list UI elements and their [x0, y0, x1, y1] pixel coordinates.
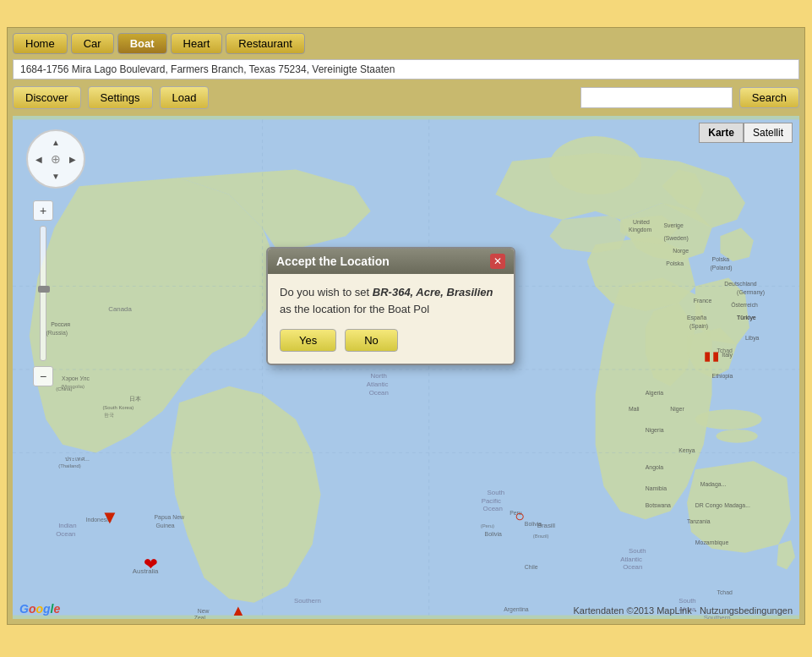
svg-text:New: New — [198, 608, 210, 614]
svg-text:Chile: Chile — [525, 564, 538, 570]
pan-left[interactable]: ◀ — [35, 155, 42, 164]
svg-text:Nigeria: Nigeria — [646, 427, 664, 434]
map-type-karte[interactable]: Karte — [699, 123, 744, 143]
svg-text:한국: 한국 — [104, 413, 114, 418]
svg-text:Niger: Niger — [670, 406, 684, 413]
tab-row: Home Car Boat Heart Restaurant — [13, 33, 799, 54]
pan-down[interactable]: ▼ — [52, 172, 60, 181]
svg-text:Tanzania: Tanzania — [687, 518, 711, 524]
search-input[interactable] — [580, 87, 733, 108]
zoom-slider[interactable] — [40, 226, 46, 361]
dialog-body-suffix: as the location for the Boat Pol — [280, 303, 429, 315]
tab-restaurant[interactable]: Restaurant — [226, 33, 305, 54]
svg-text:North: North — [371, 372, 387, 380]
svg-text:South: South — [678, 597, 696, 605]
svg-text:(Poland): (Poland) — [711, 265, 733, 271]
svg-text:Angola: Angola — [646, 464, 664, 471]
tab-car[interactable]: Car — [71, 33, 114, 54]
car-marker-indonesia[interactable]: ▼ — [101, 506, 119, 528]
svg-text:Indian: Indian — [58, 522, 76, 529]
svg-text:Papua New: Papua New — [154, 514, 184, 521]
map-footer-attribution: Kartendaten ©2013 MapLink · Nutzungsbedi… — [574, 605, 793, 616]
svg-text:Bolivia: Bolivia — [485, 531, 502, 537]
svg-text:(Sweden): (Sweden) — [663, 235, 688, 242]
load-button[interactable]: Load — [160, 86, 210, 109]
search-button[interactable]: Search — [739, 87, 799, 108]
svg-text:(Germany): (Germany) — [737, 289, 765, 296]
svg-text:Argentina: Argentina — [504, 606, 529, 613]
zoom-in-button[interactable]: + — [33, 200, 53, 221]
svg-text:(Mongolia): (Mongolia) — [61, 384, 84, 389]
svg-text:Algeria: Algeria — [646, 390, 664, 397]
dialog-yes-button[interactable]: Yes — [280, 329, 336, 352]
toolbar-row: Discover Settings Load Search — [13, 86, 799, 109]
svg-text:Mali: Mali — [629, 406, 640, 412]
pan-control[interactable]: ▲ ◀ ⊕ ▶ ▼ — [26, 129, 85, 189]
svg-text:Mozambique: Mozambique — [695, 539, 729, 546]
svg-text:Atlantic: Atlantic — [367, 381, 389, 388]
svg-text:Ethiopia: Ethiopia — [712, 373, 733, 380]
zoom-handle[interactable] — [38, 286, 50, 293]
map-footer-google: Google — [19, 602, 60, 616]
svg-text:Madaga...: Madaga... — [700, 481, 727, 488]
svg-text:United: United — [633, 219, 650, 225]
map-container: Canada (Greenland) North Atlantic Ocean … — [13, 116, 799, 619]
svg-text:Polska: Polska — [712, 256, 730, 262]
dialog-message: Do you wish to set BR-364, Acre, Brasili… — [280, 284, 502, 317]
tab-home[interactable]: Home — [13, 33, 68, 54]
svg-text:Guinea: Guinea — [155, 523, 174, 528]
settings-button[interactable]: Settings — [88, 86, 153, 109]
svg-text:Atlantic: Atlantic — [620, 556, 642, 563]
svg-text:(Spain): (Spain) — [689, 323, 708, 330]
svg-text:Kingdom: Kingdom — [629, 227, 651, 233]
tab-heart[interactable]: Heart — [171, 33, 223, 54]
svg-text:Ocean: Ocean — [369, 389, 389, 397]
svg-text:Türkiye: Türkiye — [737, 315, 756, 321]
svg-text:日本: 日本 — [129, 396, 141, 402]
dialog-close-button[interactable]: ✕ — [490, 254, 505, 269]
svg-text:(Brazil): (Brazil) — [533, 534, 549, 539]
svg-text:Россия: Россия — [51, 321, 70, 327]
svg-text:South: South — [629, 547, 646, 555]
car-marker-europe1[interactable]: ▮ — [704, 349, 711, 363]
dialog-title: Accept the Location — [276, 255, 390, 268]
zoom-controls: + − — [33, 200, 53, 386]
map-svg[interactable]: Canada (Greenland) North Atlantic Ocean … — [13, 116, 799, 619]
dialog-title-bar: Accept the Location ✕ — [268, 249, 514, 274]
svg-text:Kenya: Kenya — [678, 447, 695, 454]
car-marker-europe2[interactable]: ▮ — [712, 349, 719, 363]
heart-marker-australia[interactable]: ❤ — [144, 554, 158, 574]
tab-boat[interactable]: Boat — [117, 33, 167, 54]
svg-text:Botswana: Botswana — [646, 502, 671, 508]
pan-arrows: ▲ ◀ ⊕ ▶ ▼ — [30, 134, 81, 184]
svg-text:Tchad: Tchad — [717, 589, 733, 595]
svg-text:Zeal...: Zeal... — [194, 615, 210, 619]
svg-text:Norge: Norge — [673, 248, 689, 255]
discover-button[interactable]: Discover — [13, 86, 81, 109]
restaurant-marker-peru[interactable]: ○ — [515, 506, 525, 526]
svg-text:Brasill: Brasill — [537, 522, 556, 529]
dialog-location-name: BR-364, Acre, Brasilien — [373, 286, 493, 298]
main-container: Home Car Boat Heart Restaurant 1684-1756… — [7, 27, 805, 625]
accept-dialog: Accept the Location ✕ Do you wish to set… — [266, 247, 515, 365]
pan-up[interactable]: ▲ — [52, 138, 60, 147]
google-logo: G — [19, 602, 29, 616]
svg-text:Österreich: Österreich — [731, 302, 758, 308]
svg-text:(South Korea): (South Korea) — [102, 405, 134, 410]
zoom-out-button[interactable]: − — [33, 366, 53, 386]
pan-right[interactable]: ▶ — [69, 155, 76, 164]
svg-text:Tchad: Tchad — [717, 348, 733, 353]
svg-text:Madaga...: Madaga... — [724, 502, 750, 509]
svg-text:Ocean: Ocean — [623, 563, 642, 571]
dialog-no-button[interactable]: No — [345, 329, 398, 352]
boat-marker-nz[interactable]: ▲ — [231, 602, 246, 619]
svg-text:Ocean: Ocean — [56, 530, 75, 538]
svg-text:South: South — [488, 489, 505, 496]
svg-text:España: España — [687, 315, 706, 321]
dialog-buttons: Yes No — [280, 329, 502, 352]
dialog-body: Do you wish to set BR-364, Acre, Brasili… — [268, 274, 514, 364]
svg-text:France: France — [694, 298, 712, 304]
map-type-satellit[interactable]: Satellit — [744, 123, 793, 143]
svg-text:(Thailand): (Thailand) — [58, 463, 81, 468]
pan-center[interactable]: ⊕ — [51, 152, 61, 166]
